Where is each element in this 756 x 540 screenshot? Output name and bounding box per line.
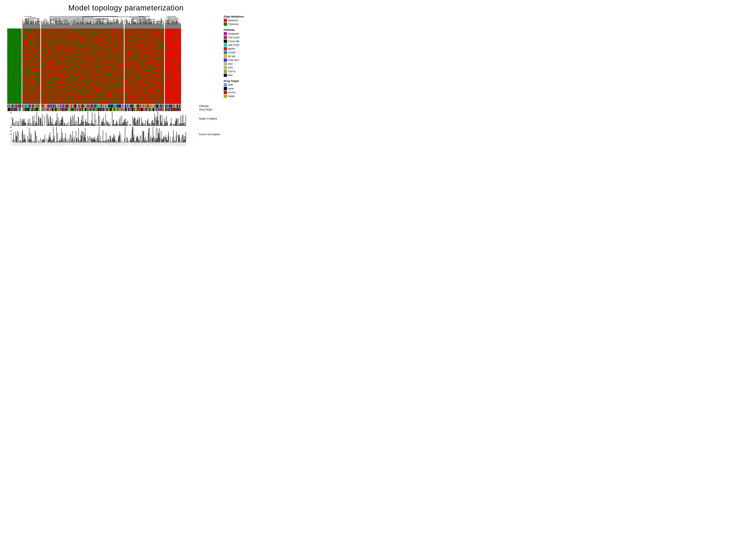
outdegree-label: Source Out-degree xyxy=(199,133,220,136)
legend-area: Edge Mutations AbsensePresence Pathway A… xyxy=(220,14,252,148)
legend-item: Presence xyxy=(224,23,252,26)
legend-swatch xyxy=(224,87,227,90)
drug-target-label: Drug Target xyxy=(199,108,212,111)
legend-label: Cross-talk xyxy=(228,40,239,43)
indegree-y-mid: 5 xyxy=(7,117,12,120)
legend-swatch xyxy=(224,94,227,98)
legend-swatch xyxy=(224,66,227,69)
drug-target-annotation-row: Drug Target xyxy=(7,108,220,111)
legend-label: Cell Cycle xyxy=(228,36,239,39)
x-axis-row xyxy=(12,142,220,148)
edge-legend: AbsensePresence xyxy=(224,19,252,26)
indegree-chart xyxy=(12,111,197,126)
legend-item: PI3K-AKT xyxy=(224,59,252,62)
legend-item: Cross-talk xyxy=(224,40,252,43)
legend-label: target xyxy=(228,95,234,97)
legend-label: JAK-STAT xyxy=(228,44,240,47)
pathway-legend: ApoptosisCell CycleCross-talkJAK-STATMAP… xyxy=(224,32,252,77)
indegree-row: 10 5 0 Target In-degree xyxy=(7,111,220,126)
legend-swatch xyxy=(224,43,227,47)
legend-item: Cell Cycle xyxy=(224,36,252,39)
outdegree-y-5: 0 xyxy=(7,140,12,142)
legend-label: mTOR xyxy=(228,51,235,54)
legend-label: Apoptosis xyxy=(228,32,239,35)
legend-label: none xyxy=(228,87,234,90)
dendrogram-row xyxy=(7,14,220,29)
legend-swatch xyxy=(224,47,227,51)
legend-item: TGF-b xyxy=(224,70,252,73)
indegree-label: Target In-degree xyxy=(199,117,217,120)
legend-swatch xyxy=(224,91,227,94)
edge-mutations-title: Edge Mutations xyxy=(224,15,252,18)
x-axis-labels xyxy=(12,142,197,148)
outdegree-y-3: 10 xyxy=(7,133,12,135)
legend-swatch xyxy=(224,36,227,39)
outdegree-row: 20 15 10 5 0 Source Out-degree xyxy=(7,126,220,142)
legend-label: Rho xyxy=(228,63,233,66)
legend-label: MAPK xyxy=(228,47,235,50)
drug-target-title: Drug Target xyxy=(224,79,252,82)
legend-label: PI3K-AKT xyxy=(228,59,239,62)
page-container: Model topology parameterization Pathway xyxy=(0,0,252,180)
indegree-y-top: 10 xyxy=(7,111,12,114)
legend-swatch xyxy=(224,40,227,43)
outdegree-y-2: 15 xyxy=(7,130,12,132)
heatmap-row xyxy=(7,29,220,104)
outdegree-chart xyxy=(12,126,197,142)
legend-swatch xyxy=(224,19,227,22)
legend-label: Presence xyxy=(228,23,239,26)
outdegree-y-4: 5 xyxy=(7,137,12,139)
legend-label: Wnt xyxy=(228,74,233,77)
legend-item: mTOR xyxy=(224,51,252,54)
pathway-annotation-row: Pathway xyxy=(7,104,220,108)
pathway-title: Pathway xyxy=(224,28,252,31)
drugtarget-legend: bothnonesourcetarget xyxy=(224,83,252,98)
legend-item: source xyxy=(224,91,252,94)
legend-swatch xyxy=(224,73,227,77)
legend-item: target xyxy=(224,94,252,98)
drugtarget-annotation xyxy=(7,108,198,111)
pathway-label: Pathway xyxy=(199,104,209,108)
dendrogram xyxy=(22,14,199,29)
main-content: Pathway Drug Target 10 5 0 Target In-deg… xyxy=(0,14,252,148)
legend-swatch xyxy=(224,70,227,73)
legend-swatch xyxy=(224,32,227,35)
legend-item: MAPK xyxy=(224,47,252,51)
legend-label: both xyxy=(228,83,233,86)
legend-swatch xyxy=(224,23,227,26)
outdegree-y-1: 20 xyxy=(7,126,12,128)
legend-item: Wnt xyxy=(224,73,252,77)
page-title: Model topology parameterization xyxy=(0,0,252,14)
legend-label: source xyxy=(228,91,236,94)
legend-swatch xyxy=(224,55,227,58)
legend-item: Absense xyxy=(224,19,252,22)
indegree-y-bot: 0 xyxy=(7,124,12,126)
legend-item: JAK-STAT xyxy=(224,43,252,47)
legend-item: Apoptosis xyxy=(224,32,252,35)
heatmap-area: Pathway Drug Target 10 5 0 Target In-deg… xyxy=(7,14,220,148)
legend-swatch xyxy=(224,51,227,54)
legend-item: both xyxy=(224,83,252,86)
heatmap xyxy=(7,29,198,104)
legend-swatch xyxy=(224,59,227,62)
legend-label: RTK xyxy=(228,66,233,69)
legend-label: Absense xyxy=(228,19,238,22)
pathway-annotation xyxy=(7,104,198,108)
legend-item: Rho xyxy=(224,62,252,66)
legend-item: NF-kB xyxy=(224,55,252,58)
legend-item: RTK xyxy=(224,66,252,69)
legend-item: none xyxy=(224,87,252,90)
legend-label: NF-kB xyxy=(228,55,235,58)
legend-swatch xyxy=(224,62,227,66)
legend-swatch xyxy=(224,83,227,86)
legend-label: TGF-b xyxy=(228,70,235,73)
